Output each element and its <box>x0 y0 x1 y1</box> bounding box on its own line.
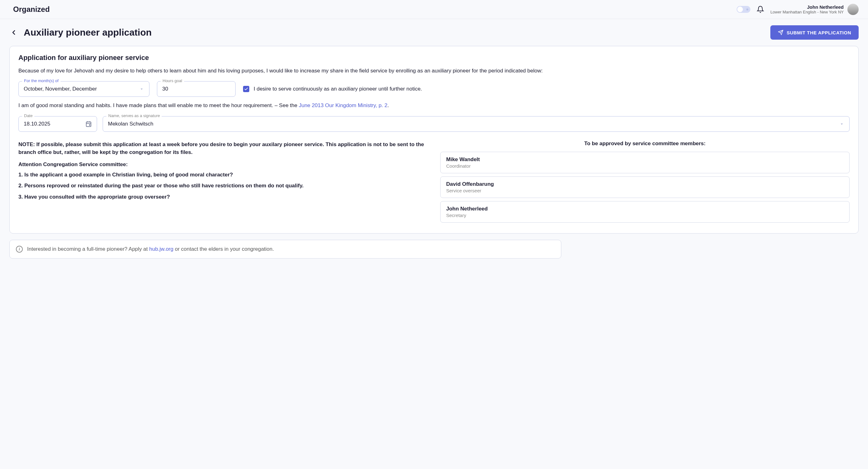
attention-title: Attention Congregation Service committee… <box>19 162 428 168</box>
info-prefix: Interested in becoming a full-time pione… <box>27 246 149 252</box>
question-1: 1. Is the applicant a good example in Ch… <box>19 171 428 179</box>
back-button[interactable] <box>9 28 18 37</box>
notifications-icon[interactable] <box>756 6 764 13</box>
info-suffix: or contact the elders in your congregati… <box>174 246 274 252</box>
signature-select[interactable]: Mekolan Schwitsch <box>103 116 849 132</box>
approval-column: To be approved by service committee memb… <box>440 141 849 226</box>
question-2: 2. Persons reproved or reinstated during… <box>19 182 428 190</box>
declaration-prefix: I am of good moral standing and habits. … <box>19 102 299 108</box>
svg-rect-2 <box>86 122 91 126</box>
date-input[interactable]: 18.10.2025 <box>19 116 97 132</box>
user-menu[interactable]: John Netherleed Lower Manhattan English … <box>770 4 859 15</box>
user-name: John Netherleed <box>807 4 844 10</box>
chevron-left-icon <box>10 29 18 36</box>
user-text: John Netherleed Lower Manhattan English … <box>770 4 844 14</box>
note-text: NOTE: If possible, please submit this ap… <box>19 141 428 156</box>
continuous-checkbox[interactable] <box>243 86 249 92</box>
chevron-down-icon <box>839 121 844 126</box>
send-icon <box>778 30 783 35</box>
info-card: i Interested in becoming a full-time pio… <box>9 240 561 259</box>
user-location: Lower Manhattan English - New York NY <box>770 10 844 14</box>
form-row-2: Date 18.10.2025 Name, serves as a signat… <box>19 116 849 132</box>
question-3: 3. Have you consulted with the appropria… <box>19 193 428 201</box>
approver-card[interactable]: John Netherleed Secretary <box>440 201 849 223</box>
application-card: Application for auxiliary pioneer servic… <box>9 46 859 234</box>
info-icon: i <box>16 246 23 253</box>
months-field-wrap: For the month(s) of October, November, D… <box>19 81 150 97</box>
intro-text: Because of my love for Jehovah and my de… <box>19 67 849 75</box>
info-text: Interested in becoming a full-time pione… <box>27 246 274 252</box>
section-title: Application for auxiliary pioneer servic… <box>19 54 849 62</box>
submit-button[interactable]: SUBMIT THE APPLICATION <box>770 25 859 40</box>
title-left: Auxiliary pioneer application <box>9 27 152 38</box>
svg-point-6 <box>89 125 90 125</box>
notes-column: NOTE: If possible, please submit this ap… <box>19 141 428 226</box>
months-select[interactable]: October, November, December <box>19 81 150 97</box>
declaration-text: I am of good moral standing and habits. … <box>19 102 849 109</box>
check-icon <box>244 87 248 91</box>
moon-icon: ✱ <box>746 8 748 11</box>
hours-input[interactable] <box>157 81 236 97</box>
bottom-grid: NOTE: If possible, please submit this ap… <box>19 141 849 226</box>
approver-name: David Offenbarung <box>446 181 844 187</box>
months-value: October, November, December <box>24 86 97 92</box>
approver-role: Coordinator <box>446 163 844 169</box>
signature-field-wrap: Name, serves as a signature Mekolan Schw… <box>103 116 849 132</box>
hours-label: Hours goal <box>161 78 184 83</box>
logo-area[interactable]: Organized <box>9 5 50 14</box>
form-row-1: For the month(s) of October, November, D… <box>19 81 849 97</box>
reference-link[interactable]: June 2013 Our Kingdom Ministry, p. 2 <box>299 102 388 108</box>
signature-value: Mekolan Schwitsch <box>108 121 154 127</box>
title-row: Auxiliary pioneer application SUBMIT THE… <box>9 25 859 40</box>
header-right: ✱ John Netherleed Lower Manhattan Englis… <box>737 4 859 15</box>
calendar-icon <box>86 121 92 127</box>
submit-label: SUBMIT THE APPLICATION <box>786 30 851 35</box>
date-value: 18.10.2025 <box>24 121 50 127</box>
hub-link[interactable]: hub.jw.org <box>149 246 174 252</box>
approver-name: John Netherleed <box>446 206 844 212</box>
page-container: Auxiliary pioneer application SUBMIT THE… <box>0 19 868 265</box>
chevron-down-icon <box>139 87 144 91</box>
avatar <box>847 4 859 15</box>
approver-role: Service overseer <box>446 188 844 193</box>
approval-title: To be approved by service committee memb… <box>440 141 849 147</box>
date-label: Date <box>22 113 34 118</box>
date-field-wrap: Date 18.10.2025 <box>19 116 97 132</box>
approver-card[interactable]: David Offenbarung Service overseer <box>440 176 849 198</box>
signature-label: Name, serves as a signature <box>106 113 162 118</box>
app-header: Organized ✱ John Netherleed Lower Manhat… <box>0 0 868 19</box>
approver-role: Secretary <box>446 213 844 218</box>
months-label: For the month(s) of <box>22 78 61 83</box>
hours-field-wrap: Hours goal <box>157 81 236 97</box>
approver-card[interactable]: Mike Wandelt Coordinator <box>440 152 849 173</box>
theme-toggle[interactable]: ✱ <box>737 6 750 13</box>
continuous-checkbox-row: I desire to serve continuously as an aux… <box>243 86 422 92</box>
continuous-label: I desire to serve continuously as an aux… <box>254 86 422 92</box>
brand-name: Organized <box>13 5 50 14</box>
approver-name: Mike Wandelt <box>446 156 844 163</box>
page-title: Auxiliary pioneer application <box>24 27 152 38</box>
